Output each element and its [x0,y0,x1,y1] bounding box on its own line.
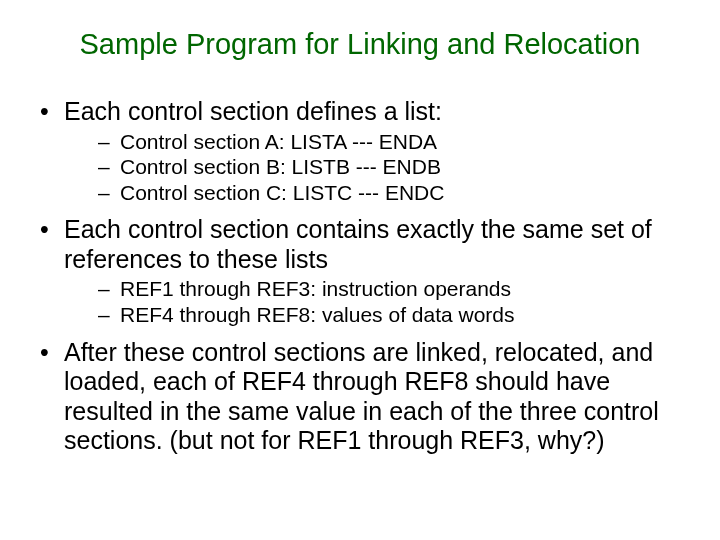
bullet-2: Each control section contains exactly th… [36,215,684,327]
bullet-list: Each control section defines a list: Con… [36,97,684,456]
bullet-1: Each control section defines a list: Con… [36,97,684,205]
bullet-2-sublist: REF1 through REF3: instruction operands … [64,276,684,327]
bullet-1-sub-1-text: Control section A: LISTA --- ENDA [120,130,437,153]
slide-title: Sample Program for Linking and Relocatio… [36,28,684,61]
bullet-1-sub-3: Control section C: LISTC --- ENDC [64,180,684,206]
bullet-2-text: Each control section contains exactly th… [64,215,652,273]
bullet-1-sub-3-text: Control section C: LISTC --- ENDC [120,181,444,204]
bullet-3-text: After these control sections are linked,… [64,338,659,455]
bullet-2-sub-1-text: REF1 through REF3: instruction operands [120,277,511,300]
bullet-2-sub-2-text: REF4 through REF8: values of data words [120,303,515,326]
bullet-1-sub-1: Control section A: LISTA --- ENDA [64,129,684,155]
bullet-1-sub-2: Control section B: LISTB --- ENDB [64,154,684,180]
bullet-2-sub-1: REF1 through REF3: instruction operands [64,276,684,302]
bullet-2-sub-2: REF4 through REF8: values of data words [64,302,684,328]
bullet-1-sub-2-text: Control section B: LISTB --- ENDB [120,155,441,178]
bullet-3: After these control sections are linked,… [36,338,684,456]
bullet-1-sublist: Control section A: LISTA --- ENDA Contro… [64,129,684,206]
slide: Sample Program for Linking and Relocatio… [0,0,720,540]
bullet-1-text: Each control section defines a list: [64,97,442,125]
